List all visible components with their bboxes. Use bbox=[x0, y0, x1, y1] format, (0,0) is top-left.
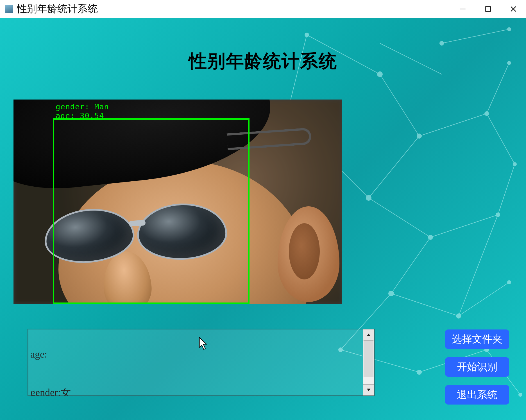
scroll-up-button[interactable] bbox=[363, 329, 374, 340]
action-buttons-column: 选择文件夹 开始识别 退出系统 bbox=[445, 329, 509, 405]
svg-line-8 bbox=[419, 114, 487, 136]
maximize-icon bbox=[484, 5, 492, 13]
svg-point-32 bbox=[513, 162, 516, 166]
svg-point-34 bbox=[428, 235, 433, 240]
svg-point-35 bbox=[496, 213, 500, 217]
chevron-down-icon bbox=[366, 387, 371, 392]
minimize-button[interactable] bbox=[450, 0, 475, 18]
svg-line-25 bbox=[459, 215, 498, 316]
svg-point-33 bbox=[366, 195, 371, 200]
start-recognize-button[interactable]: 开始识别 bbox=[445, 357, 509, 377]
svg-marker-46 bbox=[367, 334, 370, 336]
window-controls bbox=[450, 0, 526, 18]
svg-line-6 bbox=[442, 29, 509, 43]
svg-line-15 bbox=[459, 282, 509, 316]
svg-rect-1 bbox=[486, 6, 490, 11]
titlebar: 性别年龄统计系统 bbox=[0, 0, 526, 18]
close-button[interactable] bbox=[501, 0, 526, 18]
overlay-gender-label: gender: Man bbox=[56, 102, 109, 111]
face-bounding-box bbox=[53, 118, 250, 304]
svg-point-28 bbox=[440, 41, 444, 45]
scroll-track[interactable] bbox=[363, 340, 374, 384]
svg-point-40 bbox=[417, 370, 421, 374]
svg-point-42 bbox=[519, 393, 522, 396]
svg-line-12 bbox=[430, 215, 498, 237]
svg-point-37 bbox=[456, 314, 461, 318]
scroll-down-button[interactable] bbox=[363, 384, 374, 396]
select-folder-button[interactable]: 选择文件夹 bbox=[445, 329, 509, 349]
svg-line-24 bbox=[498, 164, 515, 215]
log-line: age: bbox=[30, 348, 363, 361]
image-preview-panel: gender: Man age: 30.54 bbox=[13, 100, 342, 304]
log-line: gender:女 bbox=[30, 386, 363, 396]
results-log-text[interactable]: age: gender:女 age:30.54 gender:男 bbox=[30, 329, 363, 396]
app-icon bbox=[5, 5, 13, 13]
close-icon bbox=[510, 5, 517, 13]
svg-point-30 bbox=[417, 134, 421, 138]
svg-point-38 bbox=[507, 281, 511, 284]
overlay-age-label: age: 30.54 bbox=[56, 111, 104, 120]
svg-line-13 bbox=[391, 237, 430, 293]
svg-line-10 bbox=[369, 136, 419, 198]
page-title: 性别年龄统计系统 bbox=[0, 49, 526, 73]
window-title: 性别年龄统计系统 bbox=[17, 2, 98, 16]
svg-line-14 bbox=[391, 293, 459, 316]
svg-marker-47 bbox=[367, 389, 370, 391]
chevron-up-icon bbox=[366, 332, 371, 337]
log-scrollbar[interactable] bbox=[363, 329, 374, 396]
svg-point-29 bbox=[507, 28, 511, 31]
svg-point-26 bbox=[305, 33, 309, 37]
minimize-icon bbox=[459, 5, 466, 13]
svg-point-31 bbox=[485, 112, 489, 116]
application-window: 性别年龄统计系统 bbox=[0, 0, 526, 420]
svg-line-9 bbox=[487, 114, 515, 164]
svg-line-7 bbox=[380, 74, 419, 136]
maximize-button[interactable] bbox=[475, 0, 501, 18]
results-log-panel: age: gender:女 age:30.54 gender:男 bbox=[28, 329, 375, 396]
svg-line-11 bbox=[369, 198, 430, 237]
exit-system-button[interactable]: 退出系统 bbox=[445, 385, 509, 405]
scroll-thumb[interactable] bbox=[364, 340, 373, 377]
client-area: 性别年龄统计系统 gender: Man age: 30. bbox=[0, 18, 526, 420]
svg-point-36 bbox=[389, 291, 394, 296]
